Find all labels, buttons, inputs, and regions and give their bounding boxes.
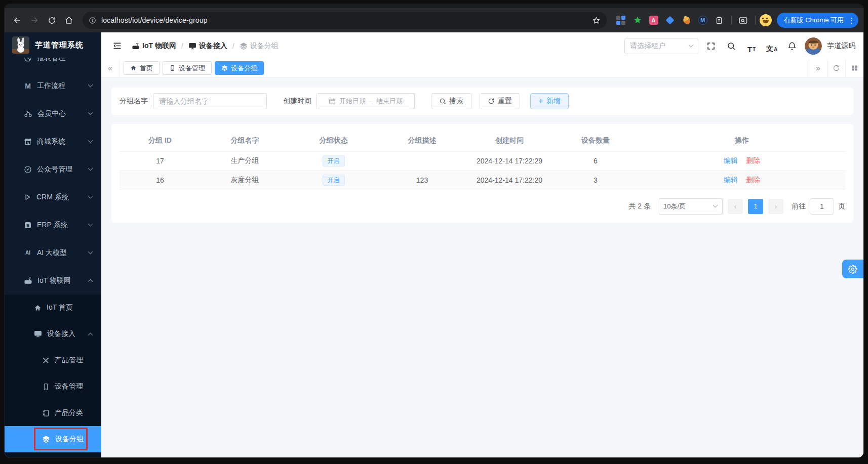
browser-back-button[interactable] [10, 13, 25, 28]
sidebar-item-erp[interactable]: E ERP 系统 [5, 211, 101, 239]
tab-home[interactable]: 首页 [124, 61, 160, 75]
sidebar-item-iot-home[interactable]: IoT 首页 [5, 294, 101, 321]
sidebar-item-device-mgmt[interactable]: 设备管理 [5, 373, 101, 400]
sidebar-collapse-icon[interactable] [109, 38, 125, 54]
create-time-label: 创建时间 [283, 97, 311, 106]
extensions-puzzle-icon[interactable] [714, 15, 724, 25]
breadcrumb-item-iot[interactable]: IoT 物联网 [132, 41, 176, 51]
report-icon [24, 58, 32, 62]
breadcrumb-item-device-access[interactable]: 设备接入 [188, 41, 227, 51]
browser-forward-button[interactable] [27, 13, 42, 28]
add-button[interactable]: + 新增 [530, 93, 569, 109]
sidebar-item-mall[interactable]: 商城系统 [5, 128, 101, 155]
goto-page: 前往 页 [792, 198, 845, 215]
sidebar-item-member[interactable]: 会员中心 [5, 100, 101, 128]
play-icon [24, 193, 31, 201]
extension-translate-icon[interactable]: A [649, 16, 658, 25]
web-page: 芋道管理系统 报表管理 M 工作流程 会员中心 [5, 32, 863, 457]
tabs-refresh-icon[interactable] [827, 59, 845, 77]
group-name-label: 分组名字 [120, 97, 148, 106]
edit-link[interactable]: 编辑 [724, 156, 738, 164]
site-info-icon[interactable] [89, 17, 96, 24]
cell-status: 开启 [289, 151, 378, 171]
delete-link[interactable]: 删除 [746, 176, 760, 184]
next-page-button[interactable]: › [768, 199, 783, 214]
address-bar[interactable]: localhost/iot/device/device-group [83, 12, 607, 29]
side-panel-icon[interactable] [736, 13, 751, 28]
chevron-down-icon [88, 222, 93, 227]
total-count-label: 共 2 条 [628, 202, 651, 211]
sidebar-item-product-category[interactable]: 产品分类 [5, 400, 101, 426]
ai-icon: AI [24, 250, 32, 256]
user-avatar[interactable] [805, 37, 822, 55]
tab-device-group[interactable]: 设备分组 [215, 61, 264, 75]
extension-m-badge-icon[interactable]: M [698, 16, 707, 25]
window-top-edge [5, 4, 863, 8]
browser-profile-avatar[interactable] [760, 14, 772, 26]
browser-window: localhost/iot/device/device-group A M 有新… [5, 4, 863, 457]
page-size-select[interactable]: 10条/页 [658, 198, 723, 215]
search-icon [439, 98, 446, 105]
sidebar-item-iot[interactable]: IoT 物联网 [5, 267, 101, 294]
sidebar-item-cut: 报表管理 [5, 58, 101, 72]
tenant-select[interactable]: 请选择租户 [624, 38, 698, 54]
status-badge: 开启 [323, 155, 345, 166]
font-size-icon[interactable]: TT [744, 38, 759, 54]
edit-link[interactable]: 编辑 [724, 176, 738, 184]
browser-menu-kebab-icon[interactable]: ⋮ [848, 17, 855, 24]
sidebar-item-workflow[interactable]: M 工作流程 [5, 72, 101, 100]
goto-page-input[interactable] [810, 198, 834, 215]
erp-icon: E [24, 221, 32, 229]
chrome-update-button[interactable]: 有新版 Chrome 可用 ⋮ [777, 13, 858, 28]
prev-page-button[interactable]: ‹ [728, 199, 743, 214]
page-number-1[interactable]: 1 [748, 199, 763, 214]
sidebar-item-product-mgmt[interactable]: 产品管理 [5, 347, 101, 373]
col-header-name: 分组名字 [201, 130, 289, 151]
tabs-scroll-right-icon[interactable]: » [809, 59, 827, 77]
sidebar-item-mp[interactable]: 公众号管理 [5, 155, 101, 183]
notification-bell-icon[interactable] [784, 38, 800, 54]
search-form-card: 分组名字 创建时间 开始日期 – 结束日期 搜索 [111, 88, 853, 115]
tab-device-mgmt[interactable]: 设备管理 [163, 61, 212, 75]
fullscreen-icon[interactable] [703, 38, 719, 54]
col-header-count: 设备数量 [553, 130, 639, 151]
sidebar-item-device-group[interactable]: 设备分组 [5, 426, 101, 452]
table-card: 分组 ID 分组名字 分组状态 分组描述 创建时间 设备数量 操作 [111, 124, 853, 223]
browser-home-button[interactable] [61, 13, 76, 28]
chevron-down-icon [88, 110, 93, 115]
svg-text:E: E [26, 223, 29, 228]
browser-reload-button[interactable] [44, 13, 59, 28]
status-badge: 开启 [323, 175, 345, 186]
range-separator: – [369, 98, 373, 105]
navbar-right: 请选择租户 TT 文A 芋道源码 [624, 37, 855, 55]
theme-settings-button[interactable] [842, 260, 863, 278]
sidebar-item-device-access[interactable]: 设备接入 [5, 321, 101, 347]
bookmark-star-icon[interactable] [592, 16, 601, 25]
search-icon[interactable] [724, 38, 739, 54]
cell-actions: 编辑删除 [639, 171, 845, 190]
search-button[interactable]: 搜索 [431, 93, 471, 109]
tools-icon [42, 357, 50, 364]
extension-squares-icon[interactable] [616, 15, 626, 25]
username-label[interactable]: 芋道源码 [827, 41, 855, 51]
cell-status: 开启 [289, 171, 378, 190]
table-row: 17 生产分组 开启 2024-12-14 17:22:29 6 编辑删除 [120, 151, 845, 171]
chevron-down-icon [88, 194, 93, 199]
tabs-scroll-left-icon[interactable]: « [101, 59, 120, 77]
sidebar-item-report[interactable]: 报表管理 [5, 58, 101, 72]
cell-desc [378, 151, 466, 171]
extension-broom-icon[interactable] [682, 15, 692, 25]
extension-diamond-icon[interactable] [665, 15, 675, 25]
sidebar-logo-row[interactable]: 芋道管理系统 [5, 32, 101, 58]
extension-green-star-icon[interactable] [633, 15, 643, 25]
date-range-picker[interactable]: 开始日期 – 结束日期 [317, 93, 415, 109]
sidebar-item-ai[interactable]: AI AI 大模型 [5, 239, 101, 267]
home-icon [130, 65, 137, 71]
monitor-icon [188, 42, 196, 50]
group-name-input[interactable] [153, 93, 267, 109]
tabs-layout-grid-icon[interactable] [845, 59, 863, 77]
delete-link[interactable]: 删除 [746, 156, 760, 164]
sidebar-item-crm[interactable]: CRM 系统 [5, 183, 101, 211]
reset-button[interactable]: 重置 [480, 93, 520, 109]
language-icon[interactable]: 文A [764, 38, 779, 54]
